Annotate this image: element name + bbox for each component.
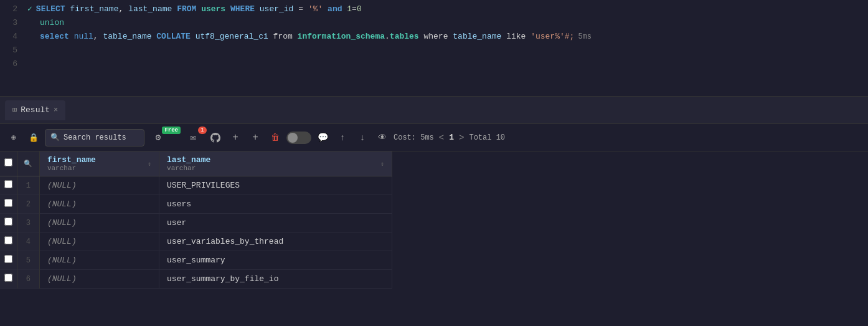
cost-label: Cost: 5ms [394,133,434,142]
tab-label: Result [21,105,50,115]
row-4-first-name: (NULL) [39,233,159,251]
prev-page-btn[interactable]: < [436,132,446,144]
last-name-header[interactable]: last_name varchar ⇕ [159,151,392,176]
search-col-header[interactable]: 🔍 [17,151,39,176]
first-name-header[interactable]: first_name varchar ⇕ [39,151,159,176]
row-2-checkbox[interactable] [4,199,12,207]
code-line-5 [27,44,868,57]
row-1-checkbox[interactable] [4,180,12,188]
code-lines: ✓ SELECT first_name, last_name FROM user… [22,0,868,96]
up-btn[interactable]: ↑ [334,129,351,146]
last-name-col-title: last_name [167,155,210,165]
tab-bar: ⊞ Result × [0,97,868,124]
code-editor: 2 3 4 5 6 ✓ SELECT first_name, last_name… [0,0,868,97]
row-5-num: 5 [17,251,39,270]
row-6-num: 6 [17,270,39,289]
row-6-checkbox[interactable] [4,274,12,282]
table-area: 🔍 first_name varchar ⇕ [0,151,868,326]
row-5-last-name: user_summary [159,251,392,270]
row-6-last-name: user_summary_by_file_io [159,270,392,289]
settings-btn[interactable]: ⚙ Free [147,129,169,146]
next-page-btn[interactable]: > [456,132,466,144]
row-1-last-name: USER_PRIVILEGES [159,176,392,195]
row-4-num: 4 [17,233,39,251]
last-name-sort-icon[interactable]: ⇕ [380,160,384,168]
notification-btn[interactable]: ✉ 1 [182,129,204,146]
code-line-3: union [27,16,868,30]
table-row: 6 (NULL) user_summary_by_file_io [0,270,392,289]
row-2-num: 2 [17,195,39,214]
table-row: 3 (NULL) user [0,214,392,233]
row-3-checkbox[interactable] [4,218,12,226]
comment-btn[interactable]: 💬 [314,129,331,146]
github-icon [210,133,220,143]
row-3-checkbox-cell[interactable] [0,214,17,233]
row-2-first-name: (NULL) [39,195,159,214]
line-numbers: 2 3 4 5 6 [0,0,22,96]
toggle-switch[interactable] [286,132,311,144]
row-3-last-name: user [159,214,392,233]
cost-info: Cost: 5ms < 1 > Total 10 [394,132,505,144]
row-4-last-name: user_variables_by_thread [159,233,392,251]
select-all-checkbox[interactable] [4,158,12,166]
table-row: 1 (NULL) USER_PRIVILEGES [0,176,392,195]
check-icon: ✓ [27,2,32,16]
last-name-col-type: varchar [167,165,210,172]
github-btn[interactable] [207,129,224,146]
total-label: Total 10 [469,133,505,142]
row-5-checkbox-cell[interactable] [0,251,17,270]
row-5-checkbox[interactable] [4,255,12,263]
col-search-icon: 🔍 [24,160,32,168]
row-6-checkbox-cell[interactable] [0,270,17,289]
notification-badge: 1 [198,127,207,134]
code-line-4: select null, table_name COLLATE utf8_gen… [27,30,868,44]
row-2-last-name: users [159,195,392,214]
table-row: 2 (NULL) users [0,195,392,214]
code-line-6 [27,57,868,71]
results-table: 🔍 first_name varchar ⇕ [0,151,392,289]
delete-btn[interactable]: 🗑 [267,129,284,146]
checkbox-header[interactable] [0,151,17,176]
search-icon: 🔍 [50,133,60,142]
row-5-first-name: (NULL) [39,251,159,270]
free-badge: Free [162,127,181,134]
gear-icon: ⚙ [155,132,161,143]
row-1-num: 1 [17,176,39,195]
pin-btn[interactable]: ⊕ [5,129,22,146]
row-1-first-name: (NULL) [39,176,159,195]
first-name-col-title: first_name [47,155,96,165]
row-6-first-name: (NULL) [39,270,159,289]
search-input[interactable] [64,133,126,142]
result-tab[interactable]: ⊞ Result × [5,100,65,120]
visibility-btn[interactable]: 👁 [374,129,391,146]
search-box[interactable]: 🔍 [45,129,144,146]
add-btn-2[interactable]: + [247,129,264,146]
table-icon: ⊞ [12,105,17,115]
down-btn[interactable]: ↓ [354,129,371,146]
lock-btn[interactable]: 🔒 [25,129,42,146]
row-2-checkbox-cell[interactable] [0,195,17,214]
tab-close-btn[interactable]: × [54,106,58,115]
mail-icon: ✉ [190,132,196,143]
toggle-knob [288,133,298,143]
row-1-checkbox-cell[interactable] [0,176,17,195]
code-line-2: ✓ SELECT first_name, last_name FROM user… [27,2,868,16]
table-body: 1 (NULL) USER_PRIVILEGES 2 (NULL) users … [0,176,392,289]
add-btn-1[interactable]: + [227,129,244,146]
first-name-sort-icon[interactable]: ⇕ [148,160,151,168]
row-3-num: 3 [17,214,39,233]
row-4-checkbox-cell[interactable] [0,233,17,251]
row-3-first-name: (NULL) [39,214,159,233]
page-number: 1 [449,133,454,142]
table-header-row: 🔍 first_name varchar ⇕ [0,151,392,176]
row-4-checkbox[interactable] [4,236,12,244]
results-toolbar: ⊕ 🔒 🔍 ⚙ Free ✉ 1 + + 🗑 💬 ↑ ↓ 👁 Cost: 5ms… [0,124,868,151]
table-row: 4 (NULL) user_variables_by_thread [0,233,392,251]
first-name-col-type: varchar [47,165,96,172]
table-row: 5 (NULL) user_summary [0,251,392,270]
table-container[interactable]: 🔍 first_name varchar ⇕ [0,151,868,326]
